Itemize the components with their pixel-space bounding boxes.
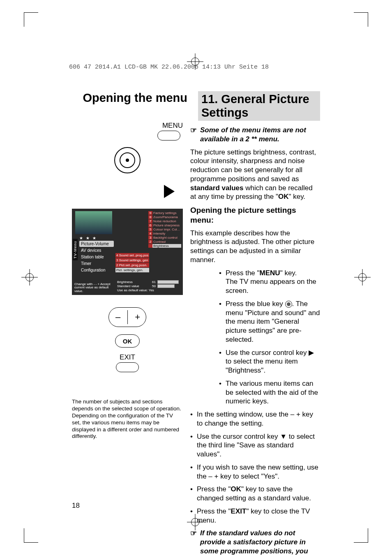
rocker-icon: –+ (108, 307, 146, 327)
note-2: ☞If the standard values do not provide a… (190, 529, 320, 555)
page-number: 18 (72, 502, 80, 510)
osd-bars: Brightness61 Standard value50 Use as def… (117, 280, 179, 292)
exit-label: EXIT (72, 353, 183, 362)
footnote: The number of subjects and sections depe… (72, 398, 183, 440)
osd-right-menu: 9Factory settings 8Zoom/Panorama 7Noise … (148, 211, 181, 248)
menu-button-icon (157, 131, 180, 140)
title-left: Opening the menu (72, 91, 191, 121)
osd-mid-menu: 4 Sound set..prog.pos 3 Sound settings, … (115, 253, 149, 273)
right-arrow-icon (164, 185, 175, 198)
dpad-icon (114, 147, 141, 173)
intro-text: This example describes how the brightnes… (190, 229, 320, 265)
pointing-hand-icon: ☞ (190, 529, 197, 555)
steps-list: In the setting window, use the – + key t… (190, 410, 320, 525)
steps-list-indented: Press the "MENU" key.The TV menu appears… (219, 269, 320, 406)
exit-button-icon (116, 362, 139, 372)
subheading: Opening the picture settings menu: (190, 205, 320, 226)
osd-side-menu: Picture-Volume AV devices Station table … (79, 241, 114, 274)
menu-label: MENU (72, 122, 183, 130)
pointing-hand-icon: ☞ (190, 126, 197, 144)
intro-para: The picture settings brightness, contras… (190, 148, 320, 202)
print-header: 606 47 2014.A1 LCD-GB MK 22.06.2006 14:1… (69, 64, 269, 71)
osd-hint: Change with - - + Accept current value a… (74, 283, 115, 293)
note-1: ☞Some of the menu items are not availabl… (190, 126, 320, 144)
ok-button-icon: OK (115, 334, 140, 348)
blue-key-icon (285, 301, 292, 308)
tv-osd-screenshot: ★ ★ ★ TV-Menu Picture-Volume AV devices … (72, 209, 183, 295)
title-right: 11. General Picture Settings (198, 91, 320, 121)
